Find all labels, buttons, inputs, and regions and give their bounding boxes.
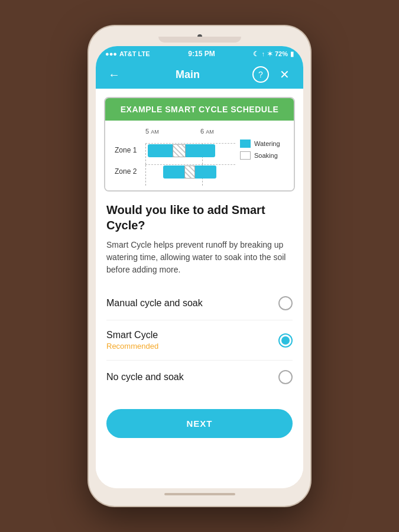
zone2-timeline (145, 164, 235, 179)
battery-label: 72% (275, 50, 288, 57)
option-smart-radio[interactable] (278, 333, 293, 348)
time-label-6am: 6 AM (200, 128, 214, 135)
chart-time-labels: 5 AM 6 AM (115, 128, 235, 138)
home-bar (164, 493, 235, 495)
zone1-soak1 (173, 144, 186, 157)
chart-header: EXAMPLE SMART CYCLE SCHEDULE (105, 98, 294, 121)
zone1-bar2 (186, 144, 215, 157)
legend-watering: Watering (240, 140, 284, 148)
option-none-label: No cycle and soak (106, 372, 278, 382)
chart-legend: Watering Soaking (240, 128, 284, 181)
option-manual-text: Manual cycle and soak (106, 298, 278, 309)
phone-frame: ●●● AT&T LTE 9:15 PM ☾ ↑ ✶ 72% ▮ ← Main … (89, 26, 310, 506)
option-manual-radio[interactable] (278, 296, 293, 310)
battery-icon: ▮ (290, 50, 294, 58)
zone1-bar1 (148, 144, 173, 157)
chart-container: EXAMPLE SMART CYCLE SCHEDULE 5 AM 6 AM Z… (104, 97, 295, 192)
next-button[interactable]: NEXT (106, 409, 293, 438)
options-section: Manual cycle and soak Smart Cycle Recomm… (96, 281, 303, 400)
nav-bar: ← Main ? ✕ (96, 60, 303, 89)
zone2-bar1 (163, 166, 184, 179)
main-question: Would you like to add Smart Cycle? (106, 202, 293, 233)
zone2-label: Zone 2 (115, 167, 145, 176)
time-label-5am: 5 AM (145, 128, 159, 135)
option-none-radio[interactable] (278, 370, 293, 384)
radio-inner-dot (281, 336, 290, 345)
zone2-soak1 (184, 166, 195, 179)
phone-screen: ●●● AT&T LTE 9:15 PM ☾ ↑ ✶ 72% ▮ ← Main … (96, 46, 303, 488)
option-none[interactable]: No cycle and soak (106, 361, 293, 394)
legend-soaking: Soaking (240, 151, 284, 160)
zone1-timeline (145, 143, 235, 157)
arrow-up-icon: ↑ (261, 50, 265, 57)
text-section: Would you like to add Smart Cycle? Smart… (96, 192, 303, 281)
option-smart-sublabel: Recommended (106, 342, 278, 351)
moon-icon: ☾ (253, 50, 259, 58)
option-manual[interactable]: Manual cycle and soak (106, 287, 293, 320)
signal-icon: ●●● (105, 50, 117, 57)
zone2-bar2 (195, 166, 216, 179)
chart-body: 5 AM 6 AM Zone 1 (105, 121, 294, 190)
legend-watering-label: Watering (254, 140, 280, 147)
status-left: ●●● AT&T LTE (105, 50, 150, 57)
legend-soaking-label: Soaking (254, 152, 278, 159)
close-button[interactable]: ✕ (276, 67, 294, 82)
bluetooth-icon: ✶ (267, 50, 273, 58)
phone-notch (158, 37, 241, 43)
carrier-label: AT&T LTE (119, 50, 150, 57)
status-time: 9:15 PM (188, 50, 215, 58)
nav-right: ? ✕ (252, 66, 294, 83)
content-area: EXAMPLE SMART CYCLE SCHEDULE 5 AM 6 AM Z… (96, 89, 303, 488)
zone2-row: Zone 2 (115, 164, 235, 179)
dline-1 (145, 144, 146, 164)
description-text: Smart Cycle helps prevent runoff by brea… (106, 239, 293, 276)
legend-watering-box (240, 140, 251, 148)
chart-main: 5 AM 6 AM Zone 1 (115, 128, 235, 181)
option-smart-text: Smart Cycle Recommended (106, 330, 278, 351)
option-manual-label: Manual cycle and soak (106, 298, 278, 309)
chart-title: EXAMPLE SMART CYCLE SCHEDULE (121, 105, 279, 114)
next-section: NEXT (96, 400, 303, 444)
status-bar: ●●● AT&T LTE 9:15 PM ☾ ↑ ✶ 72% ▮ (96, 46, 303, 60)
back-button[interactable]: ← (105, 68, 123, 82)
option-none-text: No cycle and soak (106, 372, 278, 382)
nav-title: Main (176, 69, 200, 81)
option-smart[interactable]: Smart Cycle Recommended (106, 320, 293, 361)
option-smart-label: Smart Cycle (106, 330, 278, 340)
legend-soaking-box (240, 151, 251, 160)
help-button[interactable]: ? (252, 66, 269, 83)
status-right: ☾ ↑ ✶ 72% ▮ (253, 50, 294, 58)
zone1-row: Zone 1 (115, 143, 235, 157)
dline-3 (145, 165, 146, 186)
zone1-label: Zone 1 (115, 146, 145, 154)
